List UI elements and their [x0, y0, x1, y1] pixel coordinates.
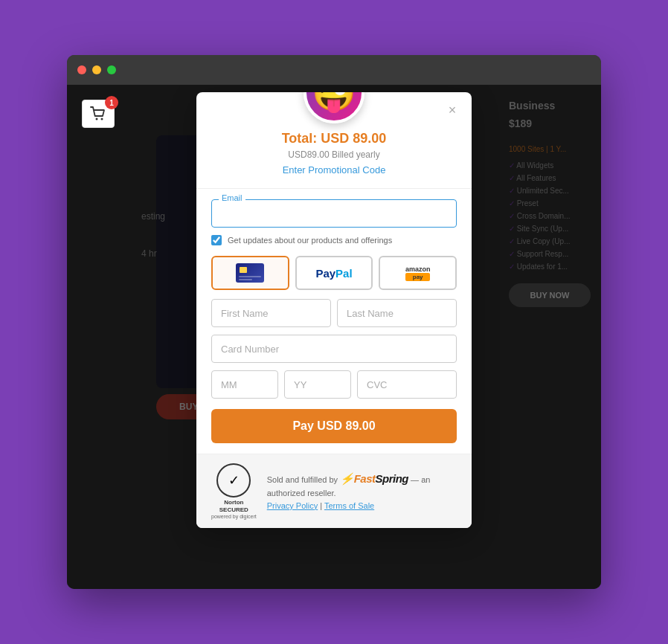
payment-tab-amazon[interactable]: amazon pay: [379, 256, 457, 290]
mm-input[interactable]: [211, 370, 278, 399]
window-close-dot[interactable]: [77, 65, 86, 74]
updates-checkbox[interactable]: [211, 235, 222, 245]
svg-point-1: [101, 118, 103, 120]
updates-label: Get updates about our products and offer…: [228, 236, 392, 245]
name-row: [211, 299, 457, 327]
window-minimize-dot[interactable]: [92, 65, 101, 74]
browser-titlebar: [67, 55, 601, 85]
email-input[interactable]: [211, 199, 457, 228]
card-chip: [240, 267, 247, 273]
amazon-text: amazon: [405, 265, 431, 273]
yy-input[interactable]: [284, 370, 351, 399]
cvc-input[interactable]: [357, 370, 457, 399]
fastspring-spring: Fast: [354, 472, 376, 485]
billed-label: USD89.00 Billed yearly: [211, 149, 457, 160]
norton-secured-text: Norton SECURED: [219, 499, 248, 513]
card-number-field-wrap: [211, 335, 457, 363]
expiry-cvc-row: [211, 370, 457, 399]
modal-body: Email Get updates about our products and…: [196, 189, 472, 454]
cart-icon: [90, 106, 106, 121]
norton-line1: Norton: [224, 499, 243, 506]
card-line-1: [239, 276, 261, 277]
footer-fastspring-info: Sold and fulfilled by ⚡FastSpring — an a…: [267, 471, 457, 512]
footer-separator: |: [320, 501, 322, 510]
norton-checkmark: ✓: [228, 472, 240, 489]
payment-tabs: PayPal amazon pay: [211, 256, 457, 290]
payment-modal: × 😜 Total: USD 89.00 USD89.00 Billed yea…: [196, 92, 472, 528]
promo-code-link[interactable]: Enter Promotional Code: [283, 164, 386, 176]
modal-overlay: 1 × 😜 Total: USD 89.00 USD89.0: [67, 85, 601, 589]
paypal-logo: PayPal: [315, 267, 352, 280]
last-name-input[interactable]: [337, 299, 457, 327]
fastspring-fast: ⚡FastSpring: [340, 472, 408, 485]
avatar: 😜: [304, 92, 364, 123]
cart-badge: 1: [105, 96, 118, 109]
window-maximize-dot[interactable]: [107, 65, 116, 74]
first-name-input[interactable]: [211, 299, 331, 327]
browser-window: 😜 Divi Business $189 1000 Sites | 1 Y...…: [67, 55, 601, 589]
cart-button[interactable]: 1: [82, 100, 115, 128]
payment-tab-paypal[interactable]: PayPal: [295, 256, 373, 290]
card-line-2: [239, 279, 252, 280]
terms-of-sale-link[interactable]: Terms of Sale: [324, 501, 374, 510]
card-number-input[interactable]: [211, 335, 457, 363]
norton-line2: SECURED: [219, 506, 248, 513]
browser-content: 😜 Divi Business $189 1000 Sites | 1 Y...…: [67, 85, 601, 589]
modal-footer: ✓ Norton SECURED powered by digicert Sol…: [196, 454, 472, 528]
card-graphic-icon: [236, 263, 264, 283]
amazon-pay-logo: amazon pay: [405, 265, 431, 281]
svg-point-0: [96, 118, 98, 120]
amazon-pay-badge: pay: [405, 273, 431, 281]
total-label: Total: USD 89.00: [211, 131, 457, 146]
avatar-emoji: 😜: [312, 92, 356, 114]
norton-subtext: powered by digicert: [211, 514, 257, 519]
norton-badge: ✓ Norton SECURED powered by digicert: [211, 463, 257, 519]
fastspring-spring2: Spring: [376, 472, 409, 485]
payment-tab-card[interactable]: [211, 256, 289, 290]
avatar-wrap: 😜: [211, 92, 457, 123]
email-field-wrap: Email: [211, 199, 457, 228]
fastspring-sold-text: Sold and fulfilled by: [267, 475, 338, 484]
updates-checkbox-row: Get updates about our products and offer…: [211, 235, 457, 245]
pay-button[interactable]: Pay USD 89.00: [211, 409, 457, 443]
privacy-policy-link[interactable]: Privacy Policy: [267, 501, 318, 510]
norton-circle: ✓: [216, 463, 251, 498]
paypal-logo-pal: Pal: [335, 267, 353, 280]
modal-header: 😜 Total: USD 89.00 USD89.00 Billed yearl…: [196, 92, 472, 189]
modal-close-button[interactable]: ×: [443, 101, 461, 119]
